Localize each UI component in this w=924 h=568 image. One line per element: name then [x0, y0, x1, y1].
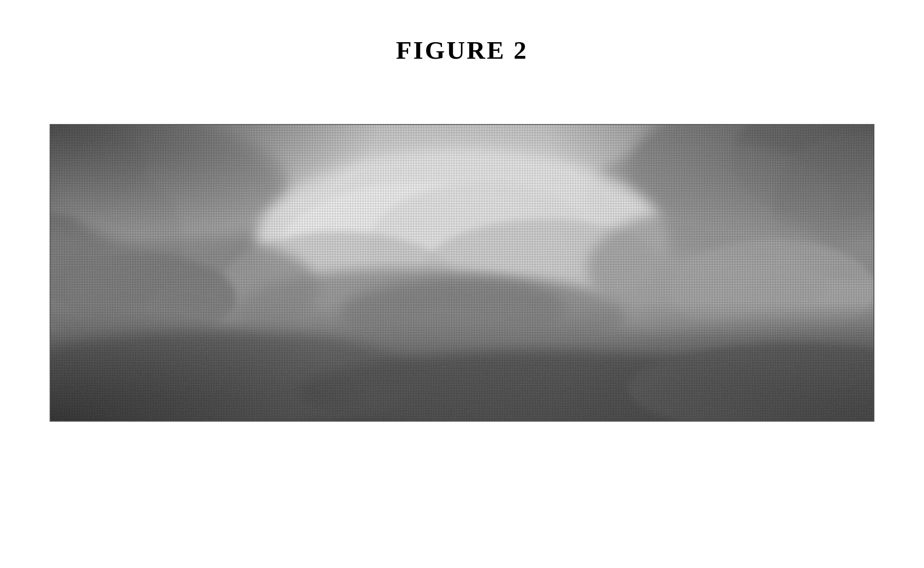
image-background: [50, 125, 874, 421]
page: FIGURE 2: [0, 0, 924, 568]
figure-image: [50, 124, 874, 422]
grain-overlay: [50, 125, 874, 421]
figure-title: FIGURE 2: [0, 36, 924, 65]
